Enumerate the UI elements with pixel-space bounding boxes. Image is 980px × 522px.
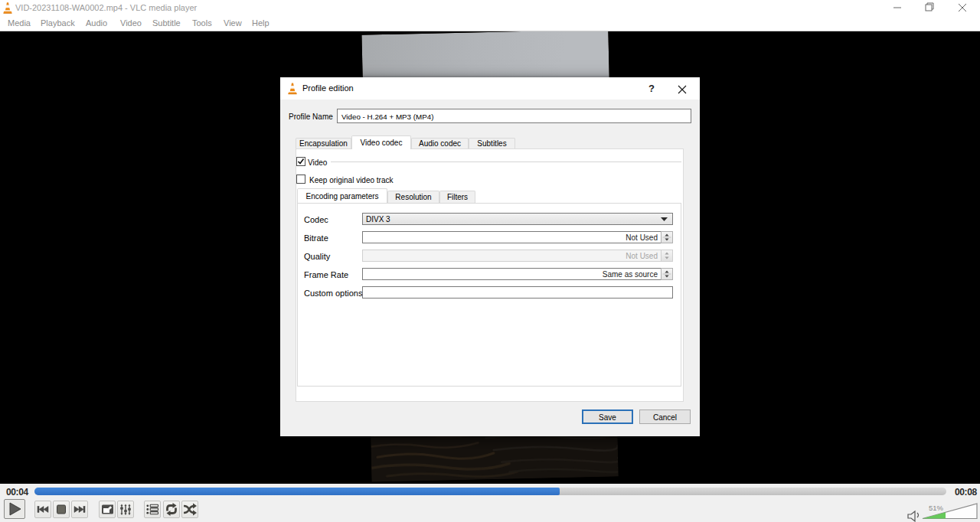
svg-text:51%: 51% bbox=[929, 504, 944, 512]
